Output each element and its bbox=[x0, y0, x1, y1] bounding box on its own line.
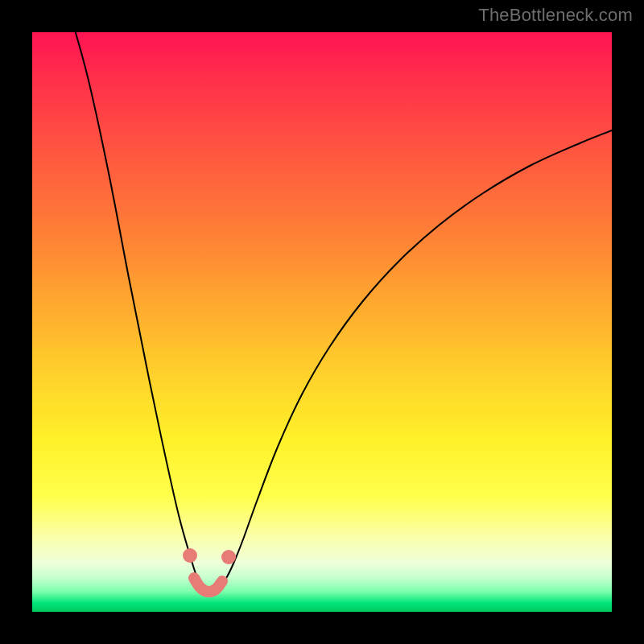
chart-frame: TheBottleneck.com bbox=[0, 0, 644, 644]
curve-markers bbox=[183, 548, 236, 564]
watermark-text: TheBottleneck.com bbox=[478, 5, 633, 26]
curve-layer bbox=[32, 32, 612, 612]
bottleneck-curve bbox=[71, 16, 612, 593]
curve-marker bbox=[221, 550, 236, 564]
curve-marker bbox=[183, 548, 197, 563]
valley-highlight bbox=[194, 578, 222, 592]
